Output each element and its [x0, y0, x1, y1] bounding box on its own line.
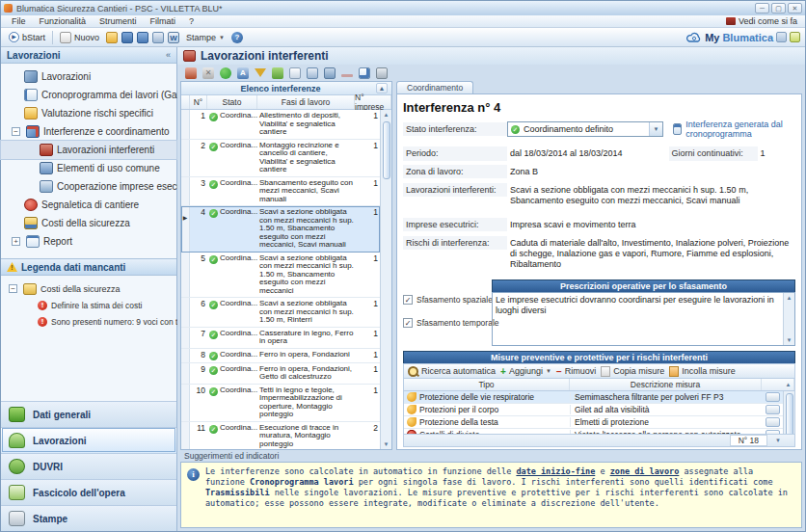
nav-fascicolo[interactable]: Fascicolo dell'opera — [1, 479, 176, 505]
export-icon[interactable] — [272, 67, 283, 79]
column-descrizione[interactable]: Descrizione misura — [570, 379, 762, 390]
menu-funzionalita[interactable]: Funzionalità — [33, 16, 94, 26]
prescrizioni-textarea[interactable]: Le imprese esecutrici dovranno coordinar… — [492, 292, 795, 346]
elenco-row-6[interactable]: 6✓Coordina...Scavi a sezione obbligata c… — [181, 298, 380, 328]
tree-item-cooperazione[interactable]: Cooperazione imprese esecutrici — [1, 177, 176, 196]
collapse-sidebar-icon[interactable]: « — [166, 50, 171, 60]
tree-item-lavorazioni[interactable]: Lavorazioni — [1, 67, 176, 86]
elenco-row-3[interactable]: 3✓Coordina...Sbancamento eseguito con me… — [181, 177, 380, 207]
misura-row[interactable]: Protezioni per il corpoGilet ad alta vis… — [404, 404, 783, 416]
delete-icon[interactable]: ✕ — [202, 67, 214, 79]
scroll-up-icon[interactable]: ▲ — [783, 379, 794, 390]
elenco-row-8[interactable]: 8✓Coordina...Ferro in opera, Fondazioni1 — [181, 349, 380, 363]
nav-dati-generali[interactable]: Dati generali — [1, 401, 176, 427]
elenco-scrollbar[interactable]: ▲ ▼ — [380, 110, 391, 449]
save-layout-icon[interactable] — [307, 67, 318, 79]
nav-stampe[interactable]: Stampe — [1, 505, 176, 531]
scroll-thumb[interactable] — [786, 393, 793, 435]
legend-group-costi[interactable]: −Costi della sicurezza — [1, 280, 175, 297]
rimuovi-button[interactable]: −Rimuovi — [556, 366, 596, 377]
prescrizioni-scrollbar[interactable]: ▲ ▼ — [783, 293, 794, 345]
myblumatica-brand[interactable]: MyBlumatica — [686, 32, 800, 43]
incolla-misure-button[interactable]: Incolla misure — [669, 366, 736, 377]
elenco-row-4[interactable]: ▶4✓Coordina...Scavi a sezione obbligata … — [181, 206, 380, 253]
edit-misura-button[interactable] — [766, 417, 780, 427]
vedi-come-si-fa-link[interactable]: Vedi come si fa — [726, 16, 801, 26]
copia-misure-button[interactable]: Copia misure — [601, 366, 664, 377]
tree-item-elementi-uso-comune[interactable]: Elementi di uso comune — [1, 159, 176, 177]
stato-interferenza-select[interactable]: ✓ Coordinamento definito ▼ — [507, 121, 663, 137]
bstart-button[interactable]: ▶ bStart — [6, 31, 48, 43]
scroll-up-icon[interactable]: ▲ — [384, 110, 390, 120]
nav-duvri[interactable]: DUVRI — [1, 453, 176, 479]
tree-item-valutazione-rischi[interactable]: Valutazione rischi specifici — [1, 104, 176, 122]
sfasamento-spaziale-checkbox[interactable]: ✓ Sfasamento spaziale — [403, 295, 486, 305]
elenco-row-2[interactable]: 2✓Coordina...Montaggio recinzione e canc… — [181, 140, 380, 177]
menu-help[interactable]: ? — [182, 16, 201, 26]
sfasamento-temporale-checkbox[interactable]: ✓ Sfasamento temporale — [403, 318, 486, 328]
chevron-down-icon[interactable]: ▼ — [649, 122, 662, 136]
print-icon[interactable] — [376, 67, 388, 79]
word-export-icon[interactable]: W — [168, 32, 179, 43]
elenco-row-5[interactable]: 5✓Coordina...Scavi a sezione obbligata c… — [181, 253, 380, 299]
tree-item-interferenze[interactable]: −Interferenze e coordinamento — [1, 122, 176, 141]
maximize-button[interactable]: ▢ — [771, 3, 786, 13]
expand-node-icon[interactable]: + — [12, 237, 20, 246]
scroll-down-icon[interactable]: ▼ — [775, 436, 781, 445]
elenco-row-11[interactable]: 11✓Coordina...Esecuzione di tracce in mu… — [181, 422, 380, 450]
find-icon[interactable]: A — [237, 67, 249, 79]
misure-scrollbar[interactable] — [783, 391, 794, 434]
profile-icon[interactable] — [776, 32, 787, 42]
nav-lavorazioni[interactable]: Lavorazioni — [1, 427, 176, 453]
legend-item[interactable]: !Definire la stima dei costi — [1, 297, 175, 313]
elenco-row-1[interactable]: 1✓Coordina...Allestimento di depositi, V… — [181, 110, 380, 140]
open-folder-icon[interactable] — [106, 32, 118, 43]
exit-icon[interactable] — [185, 67, 197, 79]
help-icon[interactable]: ? — [231, 32, 243, 43]
elenco-row-10[interactable]: 10✓Coordina...Tetti in legno e tegole, I… — [181, 385, 380, 422]
insert-icon[interactable] — [324, 67, 336, 79]
refresh-icon[interactable] — [220, 67, 231, 79]
tree-item-cronoprogramma[interactable]: Cronoprogramma dei lavori (Gantt) — [1, 86, 176, 104]
edit-misura-button[interactable] — [766, 392, 780, 402]
column-stato[interactable]: Stato — [207, 95, 257, 109]
note-icon[interactable] — [359, 67, 370, 79]
scroll-thumb[interactable] — [383, 121, 390, 179]
elenco-row-9[interactable]: 9✓Coordina...Ferro in opera, Fondazioni,… — [181, 363, 380, 385]
scroll-down-icon[interactable]: ▼ — [384, 439, 390, 449]
collapse-node-icon[interactable]: − — [9, 284, 17, 293]
ricerca-automatica-button[interactable]: Ricerca automatica — [408, 366, 496, 377]
save-export-icon[interactable] — [152, 32, 164, 43]
stampe-button[interactable]: Stampe ▼ — [183, 32, 228, 43]
tab-coordinamento[interactable]: Coordinamento — [396, 81, 473, 93]
close-button[interactable]: ✕ — [788, 3, 802, 13]
save-as-icon[interactable] — [137, 32, 148, 43]
mail-icon[interactable] — [289, 67, 301, 79]
feedback-form-icon[interactable] — [790, 32, 800, 42]
filter-icon[interactable] — [255, 68, 266, 77]
nuovo-button[interactable]: Nuovo — [57, 31, 102, 44]
title-bar[interactable]: Blumatica Sicurezza Cantieri - PSC - VIL… — [1, 1, 805, 15]
column-imprese[interactable]: N° imprese — [355, 95, 391, 109]
column-fasi[interactable]: Fasi di lavoro — [257, 95, 355, 109]
interferenza-generata-link[interactable]: Interferenza generata dal cronoprogramma — [673, 120, 795, 139]
scroll-up-icon[interactable]: ▲ — [787, 293, 793, 303]
menu-filmati[interactable]: Filmati — [144, 16, 183, 26]
elenco-row-7[interactable]: 7✓Coordina...Casserature in legno, Ferro… — [181, 328, 380, 349]
column-tipo[interactable]: Tipo — [404, 379, 570, 390]
misura-row[interactable]: Protezione delle vie respiratorieSemimas… — [404, 391, 783, 404]
edit-misura-button[interactable] — [766, 405, 780, 414]
scroll-down-icon[interactable]: ▼ — [787, 335, 793, 345]
save-icon[interactable] — [121, 32, 133, 43]
legend-item[interactable]: !Sono presenti numero: 9 voci con totale… — [1, 313, 175, 330]
column-n[interactable]: N° — [190, 95, 207, 109]
minimize-button[interactable]: ─ — [755, 3, 769, 13]
tree-item-report[interactable]: +Report — [1, 232, 176, 251]
menu-file[interactable]: File — [5, 16, 33, 26]
tree-item-segnaletica[interactable]: Segnaletica di cantiere — [1, 196, 176, 214]
menu-strumenti[interactable]: Strumenti — [93, 16, 144, 26]
collapse-node-icon[interactable]: − — [12, 127, 20, 136]
misura-row[interactable]: Protezione della testaElmetti di protezi… — [404, 416, 783, 429]
tree-item-costi-sicurezza[interactable]: Costi della sicurezza — [1, 214, 176, 232]
aggiungi-button[interactable]: +Aggiungi▼ — [500, 366, 551, 377]
